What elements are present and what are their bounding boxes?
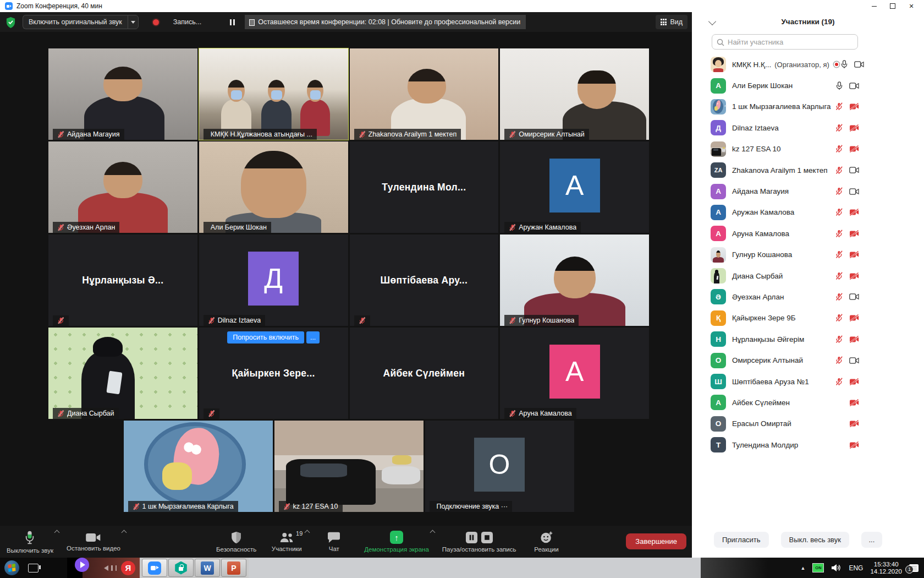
original-sound-dropdown[interactable] bbox=[128, 15, 139, 29]
chat-button[interactable]: Чат bbox=[310, 526, 358, 558]
language-indicator[interactable]: ENG bbox=[849, 564, 863, 572]
participants-footer: Пригласить Выкл. весь звук ... bbox=[714, 532, 882, 548]
minimize-button[interactable] bbox=[865, 0, 883, 12]
video-tile[interactable]: Қайыркен Зере... Попросить включить ... bbox=[199, 328, 348, 419]
camera-on-icon bbox=[849, 167, 859, 173]
taskbar-zoom-app[interactable] bbox=[142, 559, 167, 577]
video-tile[interactable]: Диана Сырбай bbox=[48, 328, 197, 419]
video-tile[interactable]: О Подключение звука ··· bbox=[425, 421, 574, 512]
task-view-icon[interactable] bbox=[28, 564, 38, 572]
muted-mic-icon bbox=[283, 503, 290, 510]
security-button[interactable]: Безопасность bbox=[210, 526, 263, 558]
video-tile[interactable]: Әуезхан Арлан bbox=[48, 141, 197, 233]
participant-row[interactable]: Гулнур Кошанова bbox=[711, 244, 859, 265]
participant-row[interactable]: КМҚК Н.Қ... (Организатор, я) bbox=[711, 54, 859, 75]
view-button[interactable]: Вид bbox=[656, 15, 688, 29]
participant-row[interactable]: ZA Zhakanova Arailym 1 мектеп bbox=[711, 160, 859, 181]
tile-name-label: Аруна Камалова bbox=[504, 408, 576, 419]
taskbar-powerpoint-app[interactable]: P bbox=[221, 559, 246, 577]
ask-unmute-button[interactable]: Попросить включить bbox=[227, 331, 304, 343]
mic-muted-icon bbox=[835, 378, 843, 386]
participant-row[interactable]: А Аруна Камалова bbox=[711, 223, 859, 244]
camera-on-icon bbox=[854, 61, 864, 68]
video-tile[interactable]: Айдана Магауия bbox=[48, 48, 197, 140]
start-button[interactable] bbox=[4, 560, 19, 575]
participant-row[interactable]: 1 шк Мырзағалиева Карлыга bbox=[711, 96, 859, 117]
volume-icon[interactable] bbox=[831, 564, 842, 572]
participant-row[interactable]: Д Dilnaz Iztaeva bbox=[711, 117, 859, 138]
stop-video-button[interactable]: Остановить видео bbox=[60, 526, 127, 558]
mute-all-button[interactable]: Выкл. весь звук bbox=[781, 532, 849, 548]
video-tile[interactable]: А Аруна Камалова bbox=[500, 328, 649, 419]
video-tile[interactable]: КМҚК Н.Құлжанова атындағы ... bbox=[199, 48, 348, 140]
share-options-chevron[interactable] bbox=[430, 530, 435, 536]
tray-expand-icon[interactable]: ▲ bbox=[801, 565, 806, 571]
video-tile[interactable]: Шөптібаева Ару... bbox=[350, 235, 499, 326]
video-tile[interactable]: kz 127 ESA 10 bbox=[274, 421, 424, 512]
video-tile[interactable]: Zhakanova Arailym 1 мектеп bbox=[350, 48, 499, 140]
original-sound-button[interactable]: Включить оригинальный звук bbox=[23, 15, 139, 29]
share-screen-button[interactable]: ↑ Демонстрация экрана bbox=[358, 526, 436, 558]
invite-button[interactable]: Пригласить bbox=[714, 532, 769, 548]
system-tray: ▲ ON ENG 15:33:40 14.12.2020 1 bbox=[701, 558, 924, 578]
taskbar-word-app[interactable]: W bbox=[195, 559, 220, 577]
participant-avatar bbox=[711, 57, 726, 72]
mic-muted-icon bbox=[835, 230, 843, 238]
pause-recording-icon[interactable] bbox=[230, 19, 235, 25]
ask-unmute-more-button[interactable]: ... bbox=[306, 331, 320, 343]
video-tile[interactable]: Гулнур Кошанова bbox=[500, 235, 649, 326]
word-icon: W bbox=[201, 561, 214, 575]
video-grid: Айдана Магауия КМҚК Н.Құлжанова атындағы… bbox=[48, 48, 649, 419]
maximize-button[interactable] bbox=[883, 0, 902, 12]
video-options-chevron[interactable] bbox=[122, 530, 127, 536]
video-tile[interactable]: 1 шк Мырзағалиева Карлыга bbox=[124, 421, 273, 512]
more-options-button[interactable]: ... bbox=[861, 532, 882, 548]
participants-options-chevron[interactable] bbox=[305, 530, 310, 536]
end-meeting-button[interactable]: Завершение bbox=[626, 533, 686, 549]
participants-panel: Участники (19) КМҚК Н.Қ... (Организатор,… bbox=[692, 12, 924, 558]
yandex-alice-icon[interactable] bbox=[75, 558, 89, 572]
search-input[interactable] bbox=[712, 34, 858, 50]
video-tile[interactable]: Д Dilnaz Iztaeva bbox=[199, 235, 348, 326]
video-tile[interactable]: Омирсерик Алтынай bbox=[500, 48, 649, 140]
participants-button[interactable]: 19 Участники bbox=[263, 526, 310, 558]
notification-center-icon[interactable]: 1 bbox=[909, 564, 919, 572]
participant-row[interactable]: Ә Әуезхан Арлан bbox=[711, 286, 859, 307]
taskbar-kaspersky-app[interactable] bbox=[168, 559, 194, 577]
participant-row[interactable]: А Али Берик Шокан bbox=[711, 75, 859, 96]
display-on-indicator-icon[interactable]: ON bbox=[812, 563, 824, 572]
participant-row[interactable]: О Ерасыл Омиртай bbox=[711, 413, 859, 434]
participant-row[interactable]: kz 127 ESA 10 bbox=[711, 139, 859, 160]
video-tile[interactable]: Айбек Сүлеймен bbox=[350, 328, 499, 419]
participant-row[interactable]: О Омирсерик Алтынай bbox=[711, 350, 859, 370]
participant-row[interactable]: А Айдана Магауия bbox=[711, 181, 859, 201]
meeting-time-notice[interactable]: Оставшееся время конференции: 02:08 | Об… bbox=[245, 15, 526, 29]
video-feed bbox=[124, 421, 273, 512]
video-feed bbox=[199, 141, 348, 233]
pause-recording-icon[interactable] bbox=[465, 531, 478, 544]
taskbar-clock[interactable]: 15:33:40 14.12.2020 bbox=[870, 561, 902, 575]
muted-mic-icon bbox=[359, 317, 366, 324]
participant-row[interactable]: Диана Сырбай bbox=[711, 265, 859, 286]
muted-mic-icon bbox=[208, 410, 215, 417]
pause-stop-recording-button[interactable]: Пауза/остановить запись bbox=[436, 526, 523, 558]
participant-row[interactable]: А Аружан Камалова bbox=[711, 202, 859, 223]
participant-avatar: А bbox=[711, 226, 726, 241]
yandex-browser-icon[interactable]: Я bbox=[121, 561, 135, 575]
close-button[interactable]: ✕ bbox=[902, 0, 921, 12]
participant-name-text: Шөптібаева Ару... bbox=[350, 235, 499, 326]
participant-row[interactable]: Т Тулендина Молдир bbox=[711, 434, 859, 455]
video-tile[interactable]: Тулендина Мол... bbox=[350, 141, 499, 233]
participant-row[interactable]: Қ Қайыркен Зере 9Б bbox=[711, 308, 859, 329]
reactions-button[interactable]: Реакции bbox=[522, 526, 570, 558]
participant-row[interactable]: Н Нұрланқызы Әйгерім bbox=[711, 329, 859, 350]
mute-button[interactable]: Выключить звук bbox=[0, 526, 60, 558]
video-tile[interactable]: Нұрланқызы Ә... bbox=[48, 235, 197, 326]
encryption-shield-icon[interactable] bbox=[6, 17, 16, 28]
participant-row[interactable]: А Айбек Сүлеймен bbox=[711, 392, 859, 413]
stop-recording-icon[interactable] bbox=[481, 531, 493, 544]
video-tile[interactable]: А Аружан Камалова bbox=[500, 141, 649, 233]
participant-row[interactable]: Ш Шөптібаева Аруза №1 bbox=[711, 371, 859, 392]
video-tile[interactable]: Али Берик Шокан bbox=[199, 141, 348, 233]
mute-options-chevron[interactable] bbox=[54, 530, 60, 536]
